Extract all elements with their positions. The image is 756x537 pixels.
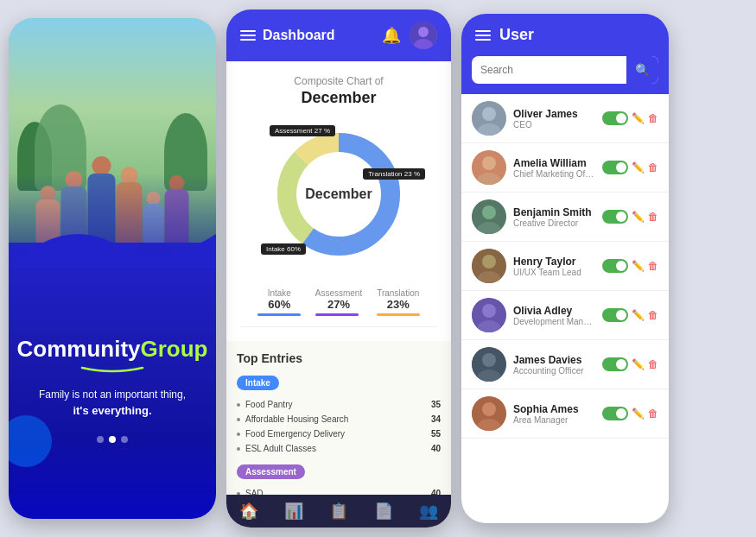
user-list: Oliver James CEO ✏️ 🗑 Amelia William Chi…: [461, 94, 669, 523]
community-logo: CommunityGroup: [17, 336, 208, 373]
toggle-benjamin[interactable]: [602, 210, 628, 224]
user-info-sophia: Sophia Ames Area Manager: [513, 403, 595, 425]
stat-translation-bar: [377, 313, 420, 316]
svg-point-20: [482, 304, 496, 318]
svg-point-26: [482, 402, 496, 416]
hamburger-line-1: [240, 30, 256, 32]
bell-icon[interactable]: 🔔: [382, 26, 401, 45]
chart-section: Composite Chart of December Decemb: [226, 61, 451, 341]
top-entries-section: Top Entries Intake Food Pantry 35 Afford…: [226, 341, 451, 495]
user-row-james: James Davies Accounting Officer ✏️ 🗑: [461, 340, 669, 389]
edit-sophia[interactable]: ✏️: [632, 407, 645, 420]
user-name-amelia: Amelia William: [513, 157, 595, 169]
nav-document[interactable]: 📄: [374, 502, 393, 521]
svg-point-11: [482, 156, 496, 170]
edit-james[interactable]: ✏️: [632, 358, 645, 370]
search-button[interactable]: 🔍: [626, 56, 658, 84]
user-role-sophia: Area Manager: [513, 415, 595, 425]
user-actions-amelia: ✏️ 🗑: [602, 161, 658, 174]
nav-clipboard[interactable]: 📋: [329, 502, 348, 521]
user-row-oliver: Oliver James CEO ✏️ 🗑: [461, 94, 669, 143]
toggle-oliver[interactable]: [602, 111, 628, 125]
screen3-users: User 🔍 Oliver James CEO ✏️: [461, 14, 669, 523]
user-name-olivia: Olivia Adley: [513, 305, 595, 317]
screens-container: CommunityGroup Family is not an importan…: [0, 0, 756, 537]
dashboard-title: Dashboard: [263, 28, 335, 43]
donut-center-label: December: [305, 186, 372, 202]
user-hamburger-line-1: [475, 30, 491, 32]
nav-chart[interactable]: 📊: [284, 502, 303, 521]
intake-badge: Intake: [237, 376, 279, 390]
user-row-benjamin: Benjamin Smith Creative Director ✏️ 🗑: [461, 193, 669, 242]
screen2-dashboard: Dashboard 🔔 Composite Chart of December: [226, 9, 451, 528]
edit-henry[interactable]: ✏️: [632, 260, 645, 272]
user-role-oliver: CEO: [513, 120, 595, 130]
user-actions-benjamin: ✏️ 🗑: [602, 210, 658, 224]
svg-point-17: [482, 255, 496, 268]
toggle-amelia[interactable]: [602, 161, 628, 174]
user-role-amelia: Chief Marketing Officer: [513, 169, 595, 179]
edit-amelia[interactable]: ✏️: [632, 161, 645, 174]
toggle-henry[interactable]: [602, 259, 628, 273]
assessment-badge: Assessment: [237, 464, 305, 479]
user-avatar-header[interactable]: [410, 22, 437, 49]
delete-olivia[interactable]: 🗑: [648, 309, 658, 321]
user-actions-henry: ✏️ 🗑: [602, 259, 658, 273]
entry-esl: ESL Adult Classes 40: [237, 441, 441, 456]
blob-decoration: [9, 415, 52, 467]
user-name-james: James Davies: [513, 354, 595, 366]
dot-1[interactable]: [97, 436, 104, 443]
user-hamburger-icon[interactable]: [475, 30, 491, 41]
hamburger-icon[interactable]: [240, 30, 256, 41]
edit-olivia[interactable]: ✏️: [632, 309, 645, 321]
dot-3[interactable]: [121, 436, 128, 443]
toggle-james[interactable]: [602, 357, 628, 371]
stat-assessment-label: Assessment: [315, 288, 362, 298]
avatar-henry: [472, 249, 506, 283]
assessment-label: Assessment 27 %: [270, 125, 335, 136]
dashboard-header: Dashboard 🔔: [226, 9, 451, 61]
user-row-sophia: Sophia Ames Area Manager ✏️ 🗑: [461, 389, 669, 439]
delete-amelia[interactable]: 🗑: [648, 161, 658, 174]
stat-intake-label: Intake: [257, 288, 301, 298]
user-info-james: James Davies Accounting Officer: [513, 354, 595, 376]
edit-benjamin[interactable]: ✏️: [632, 211, 645, 223]
toggle-sophia[interactable]: [602, 407, 628, 420]
avatar-olivia: [472, 298, 506, 332]
nav-home[interactable]: 🏠: [239, 502, 258, 521]
delete-oliver[interactable]: 🗑: [648, 112, 658, 124]
user-row-henry: Henry Taylor UI/UX Team Lead ✏️ 🗑: [461, 242, 669, 291]
user-role-henry: UI/UX Team Lead: [513, 268, 595, 277]
avatar-james: [472, 347, 506, 382]
delete-henry[interactable]: 🗑: [648, 260, 658, 272]
user-title: User: [499, 26, 534, 44]
user-role-olivia: Development Manager: [513, 317, 595, 326]
svg-point-8: [482, 107, 496, 121]
svg-point-23: [482, 353, 496, 367]
delete-james[interactable]: 🗑: [648, 358, 658, 370]
search-input[interactable]: [472, 57, 626, 83]
dot-2[interactable]: [109, 436, 116, 443]
stat-translation-value: 23%: [377, 298, 420, 311]
hamburger-line-3: [240, 39, 256, 41]
user-actions-olivia: ✏️ 🗑: [602, 308, 658, 322]
edit-oliver[interactable]: ✏️: [632, 112, 645, 124]
user-actions-sophia: ✏️ 🗑: [602, 407, 658, 420]
delete-benjamin[interactable]: 🗑: [648, 211, 658, 223]
user-actions-oliver: ✏️ 🗑: [602, 111, 658, 125]
entry-food-pantry: Food Pantry 35: [237, 397, 441, 412]
screen1-bottom: CommunityGroup Family is not an importan…: [9, 243, 216, 519]
delete-sophia[interactable]: 🗑: [648, 407, 658, 420]
toggle-olivia[interactable]: [602, 308, 628, 322]
user-name-sophia: Sophia Ames: [513, 403, 595, 415]
svg-point-1: [418, 27, 429, 37]
stat-intake-value: 60%: [257, 298, 301, 311]
chart-month: December: [240, 89, 437, 107]
nav-users[interactable]: 👥: [419, 502, 438, 521]
user-hamburger-line-3: [475, 39, 491, 41]
user-row-amelia: Amelia William Chief Marketing Officer ✏…: [461, 143, 669, 193]
avatar-sophia: [472, 396, 506, 431]
avatar-benjamin: [472, 199, 506, 234]
user-role-james: Accounting Officer: [513, 366, 595, 376]
donut-chart: December Assessment 27 % Translation 23 …: [265, 121, 412, 268]
